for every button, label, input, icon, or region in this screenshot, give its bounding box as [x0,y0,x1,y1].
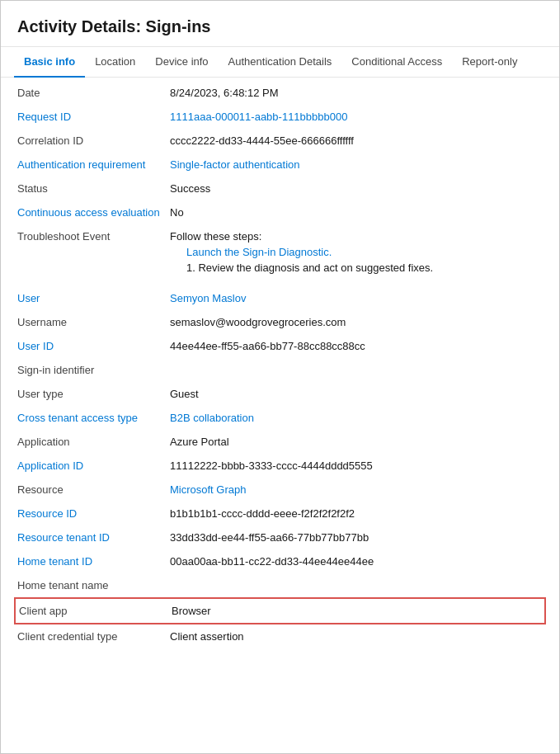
row-value: 11112222-bbbb-3333-cccc-4444dddd5555 [170,459,543,472]
row-value: semaslov@woodgrovegroceries.com [170,316,543,328]
row-label: Troubleshoot Event [17,230,170,243]
table-row: Correlation IDcccc2222-dd33-4444-55ee-66… [17,129,543,153]
row-value[interactable]: 1111aaa-000011-aabb-111bbbbb000 [170,111,543,123]
tab-basic-info[interactable]: Basic info [14,47,85,78]
launch-diagnostic-link[interactable]: Launch the Sign-in Diagnostic. [186,246,543,258]
row-value: Success [170,182,543,195]
table-row: Sign-in identifier [17,358,543,382]
row-label: Resource [17,483,170,496]
table-row: Usernamesemaslov@woodgrovegroceries.com [17,310,543,334]
row-value[interactable]: B2B collaboration [170,412,543,424]
row-label: User [17,292,170,304]
row-label: Cross tenant access type [17,412,170,424]
table-row: User typeGuest [17,382,543,406]
row-value: 00aa00aa-bb11-cc22-dd33-44ee44ee44ee [170,555,543,568]
row-label: User type [17,388,170,400]
table-row: Application ID11112222-bbbb-3333-cccc-44… [17,454,543,478]
row-value: Guest [170,388,543,400]
row-value: 44ee44ee-ff55-aa66-bb77-88cc88cc88cc [170,340,543,352]
row-value: Azure Portal [170,436,543,448]
row-value: b1b1b1b1-cccc-dddd-eeee-f2f2f2f2f2f2 [170,507,543,520]
activity-details-dialog: Activity Details: Sign-ins Basic infoLoc… [0,0,560,754]
row-label: Home tenant name [17,579,170,591]
row-value: Client assertion [170,630,543,643]
tabs-bar: Basic infoLocationDevice infoAuthenticat… [1,47,559,78]
table-row: Client credential typeClient assertion [17,624,543,648]
content-area: Date8/24/2023, 6:48:12 PMRequest ID1111a… [1,78,559,665]
table-row: StatusSuccess [17,177,543,200]
row-label: Resource ID [17,507,170,520]
table-row: Authentication requirementSingle-factor … [17,153,543,177]
tab-device-info[interactable]: Device info [145,47,218,78]
row-label: Application ID [17,459,170,472]
troubleshoot-step: 1. Review the diagnosis and act on sugge… [186,262,543,274]
row-label: Continuous access evaluation [17,206,170,219]
row-label: Date [17,87,170,99]
table-row: Date8/24/2023, 6:48:12 PM [17,81,543,105]
row-value: 8/24/2023, 6:48:12 PM [170,87,543,99]
table-row: ApplicationAzure Portal [17,430,543,454]
row-label: Home tenant ID [17,555,170,568]
table-row: Client appBrowser [14,597,546,624]
row-value[interactable]: Microsoft Graph [170,483,543,496]
row-label: User ID [17,340,170,352]
tab-conditional-access[interactable]: Conditional Access [341,47,452,78]
row-value[interactable]: Semyon Maslov [170,292,543,304]
table-row: Resource tenant ID33dd33dd-ee44-ff55-aa6… [17,525,543,549]
row-label: Resource tenant ID [17,531,170,544]
row-label: Client app [19,605,172,617]
row-label: Username [17,316,170,328]
dialog-title: Activity Details: Sign-ins [1,1,559,47]
row-value: 33dd33dd-ee44-ff55-aa66-77bb77bb77bb [170,531,543,544]
tab-authentication-details[interactable]: Authentication Details [219,47,342,78]
row-label: Client credential type [17,630,170,643]
troubleshoot-block: Follow these steps:Launch the Sign-in Di… [170,230,543,274]
row-label: Correlation ID [17,134,170,147]
table-row: User ID44ee44ee-ff55-aa66-bb77-88cc88cc8… [17,334,543,358]
table-row: Continuous access evaluationNo [17,200,543,224]
table-row: Home tenant name [17,573,543,597]
row-label: Sign-in identifier [17,364,170,376]
row-label: Authentication requirement [17,158,170,171]
table-row: Cross tenant access typeB2B collaboratio… [17,406,543,430]
table-row: UserSemyon Maslov [17,286,543,310]
troubleshoot-follow-text: Follow these steps: [170,230,543,243]
row-value: No [170,206,543,219]
row-label: Request ID [17,111,170,123]
table-row: ResourceMicrosoft Graph [17,478,543,502]
table-row: Home tenant ID00aa00aa-bb11-cc22-dd33-44… [17,549,543,573]
row-label: Application [17,436,170,448]
table-row: Troubleshoot EventFollow these steps:Lau… [17,224,543,280]
tab-report-only[interactable]: Report-only [452,47,527,78]
row-value: Browser [172,605,541,617]
row-value: cccc2222-dd33-4444-55ee-666666ffffff [170,134,543,147]
table-row: Resource IDb1b1b1b1-cccc-dddd-eeee-f2f2f… [17,502,543,525]
table-row: Request ID1111aaa-000011-aabb-111bbbbb00… [17,105,543,129]
row-value[interactable]: Single-factor authentication [170,158,543,171]
row-label: Status [17,182,170,195]
tab-location[interactable]: Location [85,47,145,78]
